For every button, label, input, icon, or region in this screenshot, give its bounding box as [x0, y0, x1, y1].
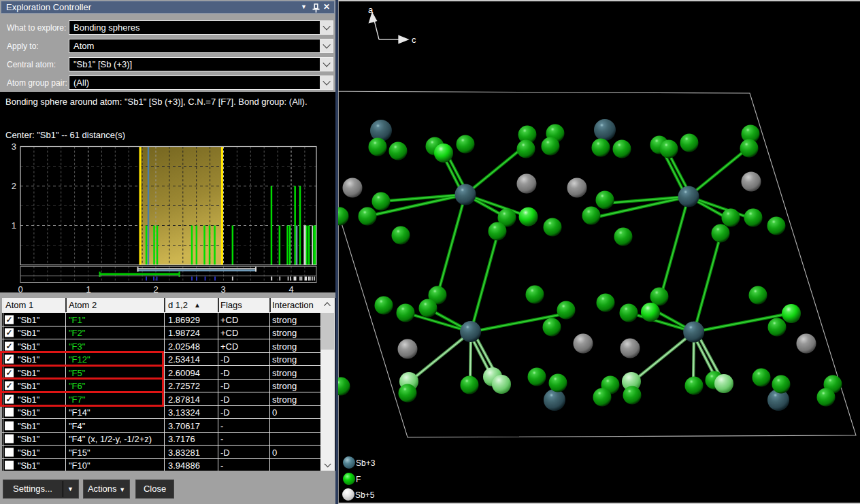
svg-text:0: 0 — [18, 284, 22, 295]
svg-text:c: c — [412, 35, 416, 45]
svg-text:2: 2 — [153, 284, 158, 295]
svg-text:4: 4 — [288, 284, 293, 295]
svg-text:2: 2 — [12, 181, 16, 191]
svg-text:1: 1 — [86, 284, 90, 295]
svg-text:Sb+5: Sb+5 — [355, 490, 375, 500]
svg-text:Sb+3: Sb+3 — [356, 458, 376, 468]
svg-text:1: 1 — [12, 220, 16, 231]
svg-text:3: 3 — [12, 143, 16, 152]
svg-text:a: a — [368, 5, 374, 15]
svg-text:F: F — [356, 475, 361, 484]
svg-text:3: 3 — [220, 284, 225, 295]
